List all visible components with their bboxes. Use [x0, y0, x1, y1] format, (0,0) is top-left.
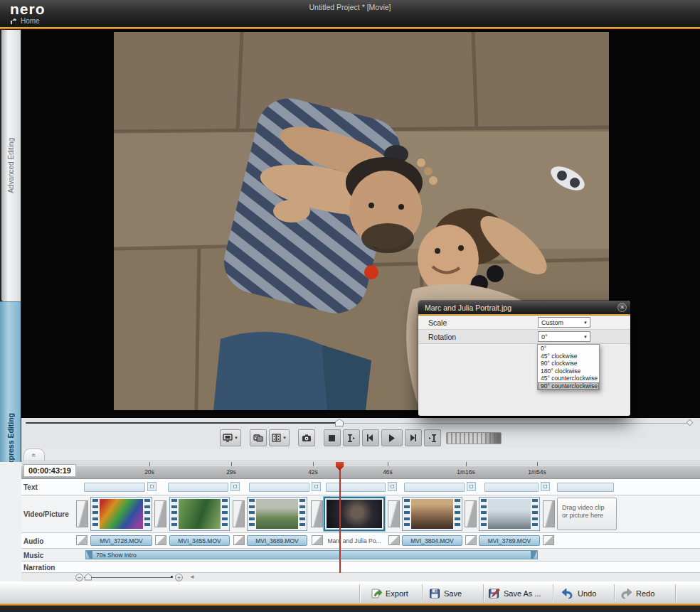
seek-progress	[26, 422, 339, 424]
video-clip-1[interactable]	[90, 497, 152, 531]
bottom-accent-line	[0, 603, 700, 606]
audio-transition[interactable]	[465, 535, 477, 545]
ruler-label: 1m16s	[457, 468, 475, 476]
text-placeholder[interactable]	[84, 483, 145, 492]
video-transition[interactable]	[388, 500, 400, 527]
text-placeholder[interactable]	[168, 483, 228, 492]
text-placeholder[interactable]	[484, 483, 539, 492]
save-button[interactable]: Save	[429, 585, 462, 601]
dialog-close-button[interactable]: ✕	[617, 303, 627, 312]
seek-end-marker	[686, 419, 694, 426]
undo-button[interactable]: Undo	[561, 585, 596, 601]
rotation-label: Rotation	[428, 333, 456, 341]
text-transition[interactable]	[312, 482, 321, 491]
video-transition[interactable]	[76, 500, 88, 527]
text-transition[interactable]	[541, 482, 550, 491]
video-clip-4-selected[interactable]	[324, 497, 385, 531]
track-audio: Audio MVI_3728.MOV MVI_3455.MOV MVI_3689…	[21, 533, 700, 549]
text-transition[interactable]	[467, 482, 476, 491]
zoom-in-button[interactable]: +	[175, 574, 183, 581]
audio-clip-label[interactable]: MVI_3689.MOV	[247, 535, 307, 546]
undo-icon	[561, 588, 574, 599]
redo-label: Redo	[636, 589, 654, 598]
effects-button[interactable]	[250, 429, 267, 446]
audio-transition[interactable]	[233, 535, 245, 545]
text-placeholder[interactable]	[249, 483, 309, 492]
scale-label: Scale	[428, 318, 447, 327]
audio-transition[interactable]	[76, 535, 88, 545]
music-clip[interactable]: 70s Show Intro	[85, 550, 538, 559]
mark-in-icon	[347, 434, 356, 442]
snapshot-button[interactable]	[298, 429, 315, 446]
video-transition[interactable]	[154, 500, 166, 527]
rotation-option[interactable]: 90° clockwise	[538, 360, 599, 367]
rotation-option[interactable]: 45° clockwise	[538, 353, 599, 360]
save-icon	[429, 588, 440, 599]
rotation-option[interactable]: 45° counterclockwise	[538, 375, 599, 382]
tab-advanced-editing[interactable]: Advanced Editing	[1, 30, 21, 301]
step-forward-button[interactable]	[405, 429, 422, 446]
mark-out-icon	[428, 434, 437, 442]
undo-label: Undo	[578, 589, 596, 598]
scroll-left-icon[interactable]: ◄	[189, 574, 195, 580]
video-clip-5[interactable]	[402, 497, 462, 531]
video-transition[interactable]	[233, 500, 245, 527]
display-mode-button[interactable]: ▼	[220, 429, 241, 446]
dropdown-arrow-icon: ▼	[583, 321, 588, 325]
text-transition[interactable]	[388, 482, 397, 491]
rotation-option[interactable]: 90° counterclockwise	[538, 382, 599, 390]
audio-clip-label[interactable]: MVI_3804.MOV	[402, 535, 462, 546]
step-back-button[interactable]	[362, 429, 379, 446]
audio-clip-label[interactable]: MVI_3728.MOV	[90, 535, 152, 546]
audio-clip-label[interactable]: Marc and Julia Po...	[324, 535, 385, 546]
stop-button[interactable]	[324, 429, 341, 446]
zoom-out-button[interactable]: −	[75, 574, 83, 581]
audio-transition[interactable]	[543, 535, 554, 545]
video-transition[interactable]	[465, 500, 477, 527]
zoom-slider-handle[interactable]	[85, 574, 92, 581]
text-placeholder[interactable]	[557, 483, 614, 492]
video-clip-6[interactable]	[479, 497, 540, 531]
rotation-dropdown[interactable]: 0° ▼	[538, 331, 590, 342]
playhead-line[interactable]	[339, 462, 341, 573]
seek-handle[interactable]	[335, 419, 344, 426]
step-back-icon	[366, 434, 374, 441]
track-text-label: Text	[23, 483, 38, 491]
mark-in-button[interactable]	[343, 429, 360, 446]
timeline-collapse-button[interactable]: «	[23, 449, 45, 461]
audio-clip-label[interactable]: MVI_3455.MOV	[169, 535, 230, 546]
video-clip-2[interactable]	[169, 497, 230, 531]
redo-button[interactable]: Redo	[620, 585, 654, 601]
scale-dropdown[interactable]: Custom ▼	[538, 317, 590, 328]
zoom-slider-track[interactable]	[84, 577, 172, 578]
text-transition[interactable]	[230, 482, 240, 491]
nero-video-app: nero Home Untitled Project * [Movie] Adv…	[0, 0, 700, 612]
audio-transition[interactable]	[312, 535, 323, 545]
video-transition[interactable]	[543, 500, 555, 527]
audio-clip-label[interactable]: MVI_3789.MOV	[479, 535, 540, 546]
video-transition[interactable]	[311, 500, 323, 527]
preview-seek-bar[interactable]	[21, 418, 700, 427]
video-clip-3[interactable]	[247, 497, 307, 531]
export-icon	[371, 588, 382, 599]
music-clip-label: 70s Show Intro	[96, 552, 137, 559]
volume-meter[interactable]	[446, 432, 502, 444]
split-view-button[interactable]: ▼	[269, 429, 290, 446]
mark-out-button[interactable]	[424, 429, 441, 446]
text-placeholder[interactable]	[404, 483, 465, 492]
play-button[interactable]	[381, 429, 403, 446]
audio-transition[interactable]	[388, 535, 400, 545]
ruler-label: 46s	[383, 468, 393, 476]
track-music-label: Music	[23, 551, 43, 559]
timeline-ruler[interactable]: 00:00:43:19 20s 29s 42s 46s 1m16s 1m54s	[21, 462, 700, 479]
export-button[interactable]: Export	[371, 585, 408, 601]
rotation-option[interactable]: 0°	[538, 345, 599, 353]
rotation-option[interactable]: 180° clockwise	[538, 367, 599, 375]
text-placeholder[interactable]	[326, 483, 386, 492]
save-as-button[interactable]: Save As ...	[488, 585, 541, 601]
audio-transition[interactable]	[155, 535, 166, 545]
text-transition[interactable]	[147, 482, 157, 491]
home-button[interactable]: Home	[10, 17, 40, 25]
step-forward-icon	[409, 434, 417, 441]
drag-clip-placeholder[interactable]: Drag video clip or picture here	[557, 498, 617, 530]
